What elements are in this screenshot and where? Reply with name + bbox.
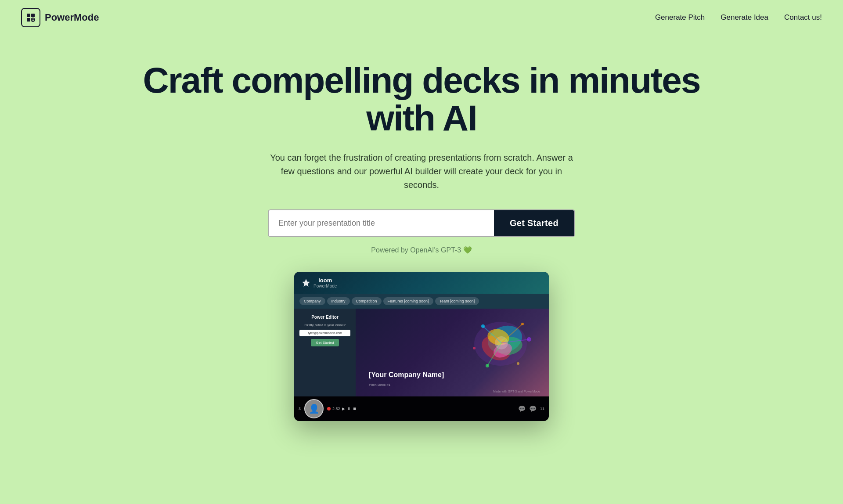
nav-generate-idea[interactable]: Generate Idea bbox=[721, 13, 768, 22]
logo-icon bbox=[21, 8, 40, 27]
demo-logo-subtext: PowerMode bbox=[313, 284, 337, 288]
demo-stop-icon: ⏹ bbox=[353, 407, 357, 411]
demo-page-end: 11 bbox=[540, 407, 544, 411]
svg-rect-2 bbox=[27, 18, 30, 22]
paint-splash-icon bbox=[465, 313, 536, 374]
demo-tabs: Company Industry Competition Features [c… bbox=[294, 294, 549, 309]
demo-container: loom PowerMode Company Industry Competit… bbox=[9, 272, 834, 421]
demo-chat-left-icon: 💬 bbox=[518, 405, 526, 412]
main-nav: Generate Pitch Generate Idea Contact us! bbox=[655, 13, 822, 22]
demo-company-name: [Your Company Name] bbox=[369, 371, 444, 379]
hero-subtitle: You can forget the frustration of creati… bbox=[268, 151, 575, 192]
demo-play-icon: ▶ bbox=[342, 407, 345, 411]
demo-main: Power Editor Firstly, what is your email… bbox=[294, 309, 549, 396]
demo-tab-team[interactable]: Team [coming soon] bbox=[435, 297, 479, 305]
demo-slide-area: [Your Company Name] Pitch Deck #1 Made w… bbox=[356, 309, 549, 396]
nav-contact-us[interactable]: Contact us! bbox=[784, 13, 822, 22]
demo-sidebar: Power Editor Firstly, what is your email… bbox=[294, 309, 356, 396]
svg-rect-0 bbox=[27, 14, 30, 17]
demo-tab-competition[interactable]: Competition bbox=[352, 297, 382, 305]
demo-sidebar-label: Firstly, what is your email? bbox=[299, 323, 350, 327]
demo-logo-area: loom PowerMode bbox=[301, 277, 337, 288]
logo-brand-text: PowerMode bbox=[45, 12, 99, 23]
svg-point-15 bbox=[473, 347, 476, 349]
svg-rect-1 bbox=[31, 14, 35, 17]
demo-bottombar: 3 👤 2:52 ▶ ⏸ ⏹ 💬 💬 11 bbox=[294, 396, 549, 421]
demo-pitch-deck: Pitch Deck #1 bbox=[369, 383, 390, 387]
demo-controls: 2:52 ▶ ⏸ ⏹ bbox=[327, 407, 515, 411]
nav-generate-pitch[interactable]: Generate Pitch bbox=[655, 13, 705, 22]
demo-time: 2:52 bbox=[332, 407, 340, 411]
demo-chat-right-icon: 💬 bbox=[529, 405, 537, 412]
demo-page-start: 3 bbox=[299, 407, 301, 411]
title-input-wrapper: Get Started bbox=[268, 209, 575, 237]
demo-tab-company[interactable]: Company bbox=[299, 297, 325, 305]
demo-sidebar-title: Power Editor bbox=[299, 315, 350, 320]
demo-tab-features[interactable]: Features [coming soon] bbox=[383, 297, 433, 305]
presentation-title-input[interactable] bbox=[269, 210, 494, 236]
get-started-button[interactable]: Get Started bbox=[494, 210, 574, 236]
demo-topbar: loom PowerMode bbox=[294, 272, 549, 294]
title-input-container: Get Started bbox=[9, 209, 834, 237]
svg-marker-4 bbox=[302, 279, 310, 287]
demo-logo-text: loom bbox=[313, 277, 337, 284]
demo-pause-icon: ⏸ bbox=[347, 407, 351, 411]
demo-window: loom PowerMode Company Industry Competit… bbox=[294, 272, 549, 421]
svg-point-17 bbox=[517, 362, 519, 365]
logo-area: PowerMode bbox=[21, 8, 99, 27]
hero-section: Craft compelling decks in minutes with A… bbox=[0, 35, 843, 430]
hero-title: Craft compelling decks in minutes with A… bbox=[114, 61, 729, 137]
demo-tab-industry[interactable]: Industry bbox=[327, 297, 350, 305]
powered-by-text: Powered by OpenAI's GPT-3 💚 bbox=[9, 246, 834, 254]
demo-avatar: 👤 bbox=[304, 399, 324, 418]
record-indicator bbox=[327, 407, 331, 410]
demo-sidebar-btn[interactable]: Get Started bbox=[311, 339, 339, 346]
demo-sidebar-input[interactable]: tyler@powermodeia.com bbox=[299, 330, 350, 336]
demo-made-with: Made with GPT-3 and PowerMode bbox=[493, 390, 540, 393]
header: PowerMode Generate Pitch Generate Idea C… bbox=[0, 0, 843, 35]
